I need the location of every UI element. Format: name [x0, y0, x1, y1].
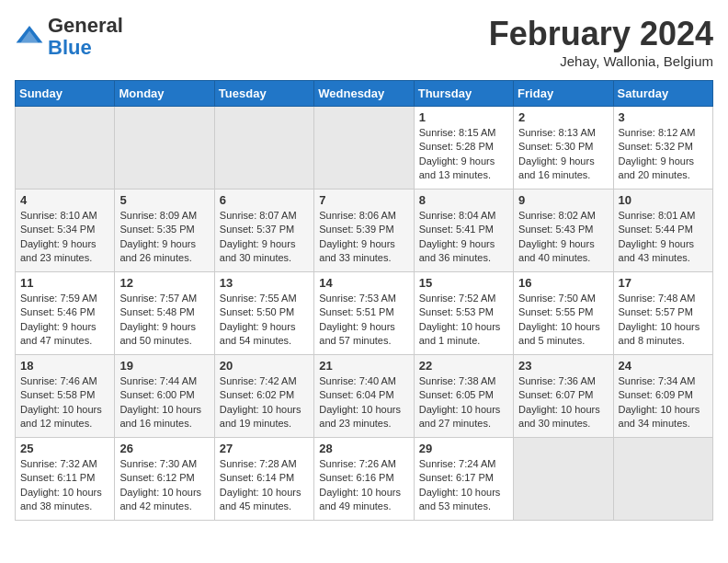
day-info: Sunrise: 8:09 AM Sunset: 5:35 PM Dayligh… [119, 209, 209, 266]
calendar-cell [115, 107, 214, 190]
calendar-cell: 5Sunrise: 8:09 AM Sunset: 5:35 PM Daylig… [115, 190, 214, 272]
day-number: 20 [220, 359, 309, 373]
day-info: Sunrise: 7:36 AM Sunset: 6:07 PM Dayligh… [518, 374, 608, 431]
logo-icon [15, 22, 44, 52]
calendar-cell [514, 438, 613, 521]
day-number: 17 [619, 276, 708, 290]
header-day: Saturday [613, 81, 712, 107]
calendar-row: 11Sunrise: 7:59 AM Sunset: 5:46 PM Dayli… [16, 272, 713, 355]
calendar-cell: 29Sunrise: 7:24 AM Sunset: 6:17 PM Dayli… [414, 438, 513, 521]
calendar-cell: 1Sunrise: 8:15 AM Sunset: 5:28 PM Daylig… [414, 107, 513, 190]
day-number: 16 [518, 276, 608, 290]
day-info: Sunrise: 7:44 AM Sunset: 6:00 PM Dayligh… [119, 374, 209, 431]
day-number: 12 [119, 276, 209, 290]
day-number: 29 [419, 442, 508, 455]
day-number: 5 [119, 193, 209, 207]
calendar-cell: 20Sunrise: 7:42 AM Sunset: 6:02 PM Dayli… [214, 355, 313, 438]
day-number: 19 [119, 359, 209, 373]
calendar-cell: 22Sunrise: 7:38 AM Sunset: 6:05 PM Dayli… [414, 355, 513, 438]
calendar-cell: 8Sunrise: 8:04 AM Sunset: 5:41 PM Daylig… [414, 190, 513, 272]
day-number: 24 [619, 359, 708, 373]
calendar-cell: 24Sunrise: 7:34 AM Sunset: 6:09 PM Dayli… [613, 355, 712, 438]
header-day: Sunday [16, 81, 115, 107]
day-number: 26 [119, 442, 209, 455]
day-info: Sunrise: 8:15 AM Sunset: 5:28 PM Dayligh… [419, 126, 508, 183]
header-day: Wednesday [314, 81, 414, 107]
day-info: Sunrise: 7:34 AM Sunset: 6:09 PM Dayligh… [619, 374, 708, 431]
day-info: Sunrise: 7:48 AM Sunset: 5:57 PM Dayligh… [619, 292, 708, 349]
calendar-cell: 2Sunrise: 8:13 AM Sunset: 5:30 PM Daylig… [514, 107, 613, 190]
day-number: 9 [518, 193, 608, 207]
month-title: February 2024 [489, 15, 713, 53]
day-info: Sunrise: 7:26 AM Sunset: 6:16 PM Dayligh… [319, 457, 408, 514]
header-day: Thursday [414, 81, 513, 107]
day-info: Sunrise: 7:52 AM Sunset: 5:53 PM Dayligh… [419, 292, 508, 349]
day-info: Sunrise: 8:12 AM Sunset: 5:32 PM Dayligh… [619, 126, 708, 183]
calendar-cell: 14Sunrise: 7:53 AM Sunset: 5:51 PM Dayli… [314, 272, 414, 355]
location: Jehay, Wallonia, Belgium [489, 53, 713, 69]
calendar-cell: 6Sunrise: 8:07 AM Sunset: 5:37 PM Daylig… [214, 190, 313, 272]
day-info: Sunrise: 8:07 AM Sunset: 5:37 PM Dayligh… [220, 209, 309, 266]
calendar-cell [314, 107, 414, 190]
day-number: 14 [319, 276, 408, 290]
calendar-cell: 9Sunrise: 8:02 AM Sunset: 5:43 PM Daylig… [514, 190, 613, 272]
calendar-cell: 11Sunrise: 7:59 AM Sunset: 5:46 PM Dayli… [16, 272, 115, 355]
calendar-cell [214, 107, 313, 190]
day-info: Sunrise: 7:40 AM Sunset: 6:04 PM Dayligh… [319, 374, 408, 431]
day-number: 10 [619, 193, 708, 207]
day-number: 7 [319, 193, 408, 207]
calendar-cell: 16Sunrise: 7:50 AM Sunset: 5:55 PM Dayli… [514, 272, 613, 355]
day-number: 21 [319, 359, 408, 373]
day-info: Sunrise: 7:57 AM Sunset: 5:48 PM Dayligh… [119, 292, 209, 349]
calendar-cell: 25Sunrise: 7:32 AM Sunset: 6:11 PM Dayli… [16, 438, 115, 521]
day-number: 27 [220, 442, 309, 455]
day-number: 25 [20, 442, 109, 455]
calendar-cell: 7Sunrise: 8:06 AM Sunset: 5:39 PM Daylig… [314, 190, 414, 272]
calendar-cell: 23Sunrise: 7:36 AM Sunset: 6:07 PM Dayli… [514, 355, 613, 438]
logo-text: General Blue [48, 15, 123, 59]
calendar-row: 25Sunrise: 7:32 AM Sunset: 6:11 PM Dayli… [16, 438, 713, 521]
day-number: 23 [518, 359, 608, 373]
calendar-cell [16, 107, 115, 190]
header-day: Tuesday [214, 81, 313, 107]
calendar-header: SundayMondayTuesdayWednesdayThursdayFrid… [16, 81, 713, 107]
day-info: Sunrise: 7:38 AM Sunset: 6:05 PM Dayligh… [419, 374, 508, 431]
calendar-row: 4Sunrise: 8:10 AM Sunset: 5:34 PM Daylig… [16, 190, 713, 272]
calendar-body: 1Sunrise: 8:15 AM Sunset: 5:28 PM Daylig… [16, 107, 713, 521]
day-number: 28 [319, 442, 408, 455]
day-number: 13 [220, 276, 309, 290]
day-number: 1 [419, 110, 508, 124]
logo: General Blue [15, 15, 123, 59]
calendar-cell: 3Sunrise: 8:12 AM Sunset: 5:32 PM Daylig… [613, 107, 712, 190]
logo-general: General [48, 14, 123, 37]
day-info: Sunrise: 7:28 AM Sunset: 6:14 PM Dayligh… [220, 457, 309, 514]
page-header: General Blue February 2024 Jehay, Wallon… [15, 15, 713, 69]
day-info: Sunrise: 7:24 AM Sunset: 6:17 PM Dayligh… [419, 457, 508, 514]
calendar-row: 1Sunrise: 8:15 AM Sunset: 5:28 PM Daylig… [16, 107, 713, 190]
day-info: Sunrise: 7:46 AM Sunset: 5:58 PM Dayligh… [20, 374, 109, 431]
calendar-cell: 26Sunrise: 7:30 AM Sunset: 6:12 PM Dayli… [115, 438, 214, 521]
day-info: Sunrise: 8:02 AM Sunset: 5:43 PM Dayligh… [518, 209, 608, 266]
day-info: Sunrise: 8:01 AM Sunset: 5:44 PM Dayligh… [619, 209, 708, 266]
day-info: Sunrise: 8:06 AM Sunset: 5:39 PM Dayligh… [319, 209, 408, 266]
calendar-cell: 18Sunrise: 7:46 AM Sunset: 5:58 PM Dayli… [16, 355, 115, 438]
header-day: Monday [115, 81, 214, 107]
day-number: 2 [518, 110, 608, 124]
day-info: Sunrise: 7:50 AM Sunset: 5:55 PM Dayligh… [518, 292, 608, 349]
day-info: Sunrise: 7:32 AM Sunset: 6:11 PM Dayligh… [20, 457, 109, 514]
day-number: 4 [20, 193, 109, 207]
day-info: Sunrise: 8:10 AM Sunset: 5:34 PM Dayligh… [20, 209, 109, 266]
header-row: SundayMondayTuesdayWednesdayThursdayFrid… [16, 81, 713, 107]
day-info: Sunrise: 7:30 AM Sunset: 6:12 PM Dayligh… [119, 457, 209, 514]
day-info: Sunrise: 8:04 AM Sunset: 5:41 PM Dayligh… [419, 209, 508, 266]
day-number: 15 [419, 276, 508, 290]
calendar-cell: 17Sunrise: 7:48 AM Sunset: 5:57 PM Dayli… [613, 272, 712, 355]
calendar-cell: 27Sunrise: 7:28 AM Sunset: 6:14 PM Dayli… [214, 438, 313, 521]
day-info: Sunrise: 7:53 AM Sunset: 5:51 PM Dayligh… [319, 292, 408, 349]
calendar-table: SundayMondayTuesdayWednesdayThursdayFrid… [15, 80, 713, 521]
calendar-cell: 13Sunrise: 7:55 AM Sunset: 5:50 PM Dayli… [214, 272, 313, 355]
day-number: 8 [419, 193, 508, 207]
header-day: Friday [514, 81, 613, 107]
calendar-cell: 4Sunrise: 8:10 AM Sunset: 5:34 PM Daylig… [16, 190, 115, 272]
title-block: February 2024 Jehay, Wallonia, Belgium [489, 15, 713, 69]
